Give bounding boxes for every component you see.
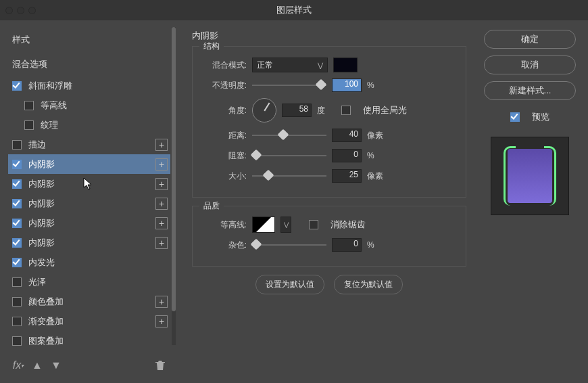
style-item-label: 光泽 [28, 276, 46, 288]
antialias-checkbox[interactable] [309, 220, 318, 229]
style-checkbox[interactable] [12, 336, 22, 346]
add-effect-icon[interactable]: + [155, 296, 168, 308]
size-slider[interactable] [252, 171, 326, 181]
choke-unit: % [367, 151, 386, 160]
style-checkbox[interactable] [12, 179, 22, 189]
layer-style-dialog: 图层样式 样式 混合选项 斜面和浮雕等高线纹理描边+内阴影+内阴影+内阴影+内阴… [0, 0, 588, 383]
style-item-label: 内阴影 [28, 158, 55, 171]
style-checkbox[interactable] [12, 297, 22, 307]
add-effect-icon[interactable]: + [155, 198, 168, 210]
style-checkbox[interactable] [12, 317, 22, 326]
angle-dial[interactable] [252, 98, 276, 122]
actions-panel: 确定 取消 新建样式... 预览 [480, 27, 580, 378]
style-item-纹理[interactable]: 纹理 [8, 115, 170, 135]
style-item-内阴影[interactable]: 内阴影+ [8, 233, 170, 252]
style-item-label: 纹理 [41, 119, 58, 131]
style-checkbox[interactable] [12, 81, 22, 91]
titlebar: 图层样式 [0, 0, 588, 20]
window-controls [5, 7, 36, 14]
shadow-color-swatch[interactable] [333, 58, 358, 72]
style-checkbox[interactable] [24, 101, 34, 110]
add-effect-icon[interactable]: + [155, 139, 168, 151]
distance-slider[interactable] [252, 131, 326, 140]
add-effect-icon[interactable]: + [155, 315, 168, 328]
noise-slider[interactable] [252, 240, 326, 250]
window-min-icon[interactable] [17, 7, 24, 14]
style-item-等高线[interactable]: 等高线 [8, 95, 170, 115]
angle-field[interactable]: 58 [282, 104, 312, 117]
style-item-label: 内阴影 [28, 237, 55, 249]
size-unit: 像素 [367, 171, 386, 182]
distance-field[interactable]: 40 [332, 129, 362, 142]
style-item-label: 内发光 [28, 256, 55, 269]
style-checkbox[interactable] [12, 160, 22, 169]
blend-mode-select[interactable]: 正常 ⋁ [252, 58, 328, 72]
style-item-描边[interactable]: 描边+ [8, 135, 170, 154]
blending-options[interactable]: 混合选项 [8, 53, 170, 76]
style-checkbox[interactable] [12, 219, 22, 228]
contour-swatch[interactable] [252, 217, 275, 233]
blend-mode-label: 混合模式: [201, 60, 247, 71]
structure-group: 结构 混合模式: 正常 ⋁ 不透明度: 100 % [192, 46, 466, 198]
style-item-内阴影[interactable]: 内阴影+ [8, 154, 170, 174]
style-item-label: 斜面和浮雕 [28, 80, 72, 92]
scrollbar-thumb[interactable] [172, 27, 176, 311]
style-item-渐变叠加[interactable]: 渐变叠加+ [8, 311, 170, 331]
opacity-unit: % [367, 81, 386, 90]
angle-label: 角度: [201, 105, 247, 116]
fx-menu-icon[interactable]: fx▾ [12, 359, 24, 371]
contour-label: 等高线: [201, 219, 247, 231]
make-default-button[interactable]: 设置为默认值 [255, 275, 324, 294]
noise-field[interactable]: 0 [332, 238, 362, 252]
style-item-label: 内阴影 [28, 178, 55, 190]
style-item-内发光[interactable]: 内发光 [8, 252, 170, 272]
style-item-label: 等高线 [41, 99, 67, 112]
angle-unit: 度 [317, 105, 336, 116]
style-item-斜面和浮雕[interactable]: 斜面和浮雕 [8, 76, 170, 95]
style-list: 斜面和浮雕等高线纹理描边+内阴影+内阴影+内阴影+内阴影+内阴影+内发光光泽颜色… [8, 76, 170, 351]
add-effect-icon[interactable]: + [155, 158, 168, 171]
move-up-icon[interactable]: ▲ [31, 359, 43, 371]
move-down-icon[interactable]: ▼ [50, 359, 62, 371]
cancel-button[interactable]: 取消 [484, 55, 576, 74]
preview-checkbox[interactable] [510, 112, 520, 122]
add-effect-icon[interactable]: + [155, 178, 168, 190]
reset-default-button[interactable]: 复位为默认值 [334, 275, 403, 294]
style-checkbox[interactable] [12, 199, 22, 208]
style-checkbox[interactable] [12, 258, 22, 267]
trash-icon[interactable] [154, 359, 166, 371]
window-max-icon[interactable] [28, 7, 36, 14]
styles-header: 样式 [8, 27, 170, 53]
style-item-图案叠加[interactable]: 图案叠加 [8, 331, 170, 351]
style-checkbox[interactable] [12, 277, 22, 287]
global-light-label: 使用全局光 [363, 104, 407, 116]
ok-button[interactable]: 确定 [484, 30, 576, 49]
add-effect-icon[interactable]: + [155, 217, 168, 229]
size-field[interactable]: 25 [332, 169, 362, 183]
add-effect-icon[interactable]: + [155, 237, 168, 249]
styles-footer: fx▾ ▲ ▼ [8, 353, 170, 378]
style-item-内阴影[interactable]: 内阴影+ [8, 174, 170, 194]
size-label: 大小: [201, 171, 247, 182]
style-checkbox[interactable] [12, 238, 22, 248]
style-item-内阴影[interactable]: 内阴影+ [8, 213, 170, 233]
opacity-slider[interactable] [252, 81, 326, 90]
style-checkbox[interactable] [12, 140, 22, 150]
window-close-icon[interactable] [5, 7, 13, 14]
style-checkbox[interactable] [24, 120, 34, 130]
global-light-checkbox[interactable] [341, 106, 351, 115]
opacity-field[interactable]: 100 [332, 78, 362, 92]
style-item-颜色叠加[interactable]: 颜色叠加+ [8, 292, 170, 311]
new-style-button[interactable]: 新建样式... [484, 81, 576, 100]
preview-thumbnail [508, 149, 552, 203]
choke-field[interactable]: 0 [332, 149, 362, 162]
choke-slider[interactable] [252, 151, 326, 160]
noise-unit: % [367, 240, 386, 250]
style-item-光泽[interactable]: 光泽 [8, 272, 170, 292]
contour-dropdown[interactable]: ⋁ [280, 217, 291, 233]
styles-panel: 样式 混合选项 斜面和浮雕等高线纹理描边+内阴影+内阴影+内阴影+内阴影+内阴影… [8, 27, 170, 378]
style-item-label: 图案叠加 [28, 335, 64, 347]
style-item-内阴影[interactable]: 内阴影+ [8, 194, 170, 213]
distance-unit: 像素 [367, 130, 386, 141]
style-item-label: 描边 [28, 139, 46, 151]
